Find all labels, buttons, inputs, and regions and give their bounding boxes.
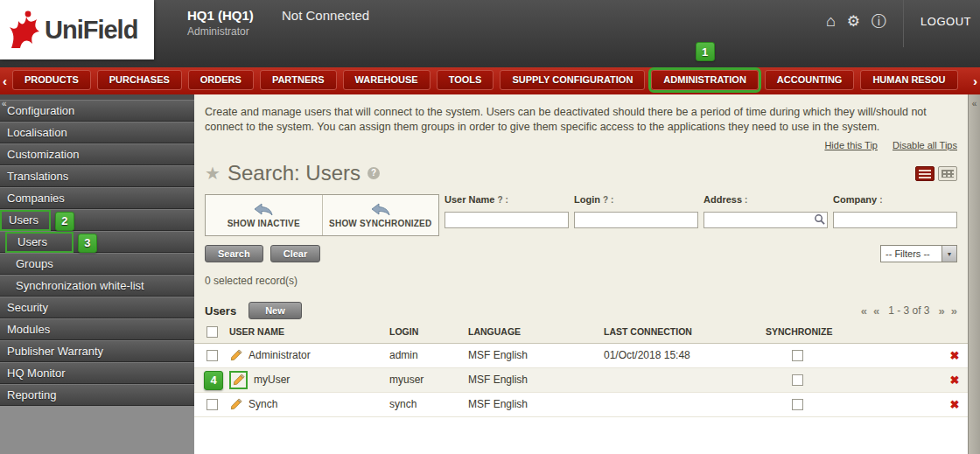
grid-view-icon[interactable] [938,166,957,181]
col-header-synchronize[interactable]: SYNCHRONIZE [759,322,938,343]
sidebar-item-reporting[interactable]: Reporting [0,384,194,406]
table-title: Users [205,304,236,318]
synchronize-checkbox[interactable] [792,350,803,361]
cell-login: myuser [382,367,461,392]
sidebar-item-hq-monitor[interactable]: HQ Monitor [0,362,194,384]
tab-administration[interactable]: ADMINISTRATION 1 [651,70,759,90]
search-button[interactable]: Search [205,245,263,262]
sidebar-subitem-synchronization-white-list[interactable]: Synchronization white-list [0,275,194,297]
annotation-badge-2: 2 [55,212,74,231]
tab-warehouse[interactable]: WAREHOUSE [343,70,430,90]
user-name-input[interactable] [444,212,569,228]
title-row: ★ Search: Users ? [205,159,957,187]
collapse-right-icon[interactable]: « [972,99,977,108]
edit-icon[interactable] [229,349,242,362]
new-button[interactable]: New [248,302,302,319]
sidebar-item-localisation[interactable]: Localisation [0,122,194,143]
pagination: « « 1 - 3 of 3 » » [861,304,957,318]
collapse-right-panel[interactable]: « [968,94,980,454]
show-inactive-button[interactable]: SHOW INACTIVE [206,195,322,235]
show-synchronized-button[interactable]: SHOW SYNCHRONIZED [322,195,439,235]
col-header-last-connection[interactable]: LAST CONNECTION [597,322,759,343]
cell-last-connection [597,367,759,392]
tab-accounting[interactable]: ACCOUNTING [765,70,855,90]
cell-login: admin [382,343,461,367]
delete-icon[interactable]: ✖ [938,343,968,367]
page-title: Search: Users [228,161,360,185]
sidebar-item-users[interactable]: Users2 [0,209,194,231]
tab-tools[interactable]: TOOLS [437,70,494,90]
session-info: HQ1 (HQ1) Not Connected Administrator [187,8,369,38]
previous-page-icon[interactable]: « [873,304,879,318]
sidebar-item-modules[interactable]: Modules [0,318,194,340]
hide-tip-link[interactable]: Hide this Tip [824,140,878,150]
col-header-login[interactable]: LOGIN [382,322,461,343]
clear-button[interactable]: Clear [270,245,321,262]
row-checkbox[interactable] [206,350,218,361]
edit-icon[interactable] [229,398,242,411]
list-view-icon[interactable] [915,166,934,181]
col-header-language[interactable]: LANGUAGE [461,322,597,343]
sidebar-subitem-users[interactable]: Users3 [0,231,194,253]
tab-partners[interactable]: PARTNERS [260,70,337,90]
arrow-back-icon [254,203,273,216]
tab-human-resources[interactable]: HUMAN RESOU [860,70,957,90]
edit-icon[interactable] [232,374,245,387]
table-row[interactable]: Administrator admin MSF English 01/Oct/2… [194,343,968,367]
address-input[interactable] [704,212,828,228]
field-address: Address : [704,194,828,228]
menu-tabs: PRODUCTS PURCHASES ORDERS PARTNERS WAREH… [0,67,980,90]
next-page-icon[interactable]: » [939,304,945,318]
sidebar-item-security[interactable]: Security [0,297,194,318]
pagination-range: 1 - 3 of 3 [888,304,929,317]
search-icon[interactable] [814,213,825,225]
sidebar-item-companies[interactable]: Companies [0,187,194,209]
logo[interactable]: UniField [0,0,154,59]
annotation-box-edit [229,371,248,389]
synchronize-checkbox[interactable] [792,399,803,410]
sidebar-subitem-users-label: Users [5,232,74,253]
row-checkbox[interactable] [206,399,218,410]
main-area: « Configuration Localisation Customizati… [0,94,980,454]
sidebar-item-customization[interactable]: Customization [0,143,194,165]
tab-supply-configuration[interactable]: SUPPLY CONFIGURATION [500,70,645,90]
menu-scroll-left-icon[interactable]: ‹ [3,73,7,88]
chevron-down-icon[interactable]: ▼ [942,246,956,262]
filters-dropdown[interactable]: -- Filters -- ▼ [880,245,957,262]
synchronize-checkbox[interactable] [792,374,803,386]
delete-icon[interactable]: ✖ [938,367,968,392]
tab-orders[interactable]: ORDERS [188,70,254,90]
table-row[interactable]: Synch synch MSF English ✖ [194,392,968,416]
first-page-icon[interactable]: « [861,304,867,318]
menu-scroll-right-icon[interactable]: › [973,73,977,88]
col-header-user-name[interactable]: USER NAME [222,322,382,343]
top-bar: UniField HQ1 (HQ1) Not Connected Adminis… [0,0,980,67]
info-icon[interactable]: ⓘ [872,14,886,29]
main-menu-bar: ‹ PRODUCTS PURCHASES ORDERS PARTNERS WAR… [0,67,980,94]
disable-all-tips-link[interactable]: Disable all Tips [892,140,957,150]
delete-icon[interactable]: ✖ [938,392,968,416]
home-icon[interactable]: ⌂ [826,13,836,29]
sidebar-item-translations[interactable]: Translations [0,165,194,187]
tab-products[interactable]: PRODUCTS [12,70,91,90]
last-page-icon[interactable]: » [951,304,957,318]
sidebar-item-users-label: Users [0,210,51,231]
gear-icon[interactable]: ⚙ [847,14,860,29]
view-toggles [915,166,957,181]
select-all-checkbox[interactable] [206,326,218,338]
sidebar-item-publisher-warranty[interactable]: Publisher Warranty [0,340,194,362]
tab-purchases[interactable]: PURCHASES [97,70,182,90]
cell-last-connection [597,392,759,416]
bookmark-star-icon[interactable]: ★ [205,163,220,184]
collapse-sidebar-icon[interactable]: « [2,99,7,108]
cell-login: synch [382,392,461,416]
cell-language: MSF English [461,343,597,367]
logo-text: UniField [45,16,137,45]
company-input[interactable] [833,212,957,228]
table-row[interactable]: 4 myUser [194,367,968,392]
action-row: Search Clear -- Filters -- ▼ [205,245,957,262]
logout-button[interactable]: LOGOUT [920,15,971,28]
sidebar-item-configuration[interactable]: Configuration [0,100,194,122]
login-input[interactable] [574,212,698,228]
sidebar-subitem-groups[interactable]: Groups [0,253,194,275]
